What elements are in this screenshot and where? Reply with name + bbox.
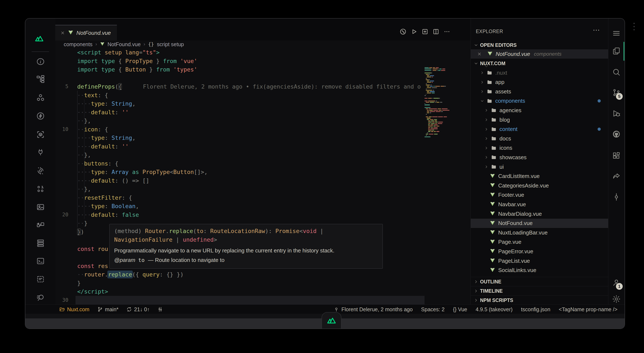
open-editor-item-notfound[interactable]: NotFound.vue components	[471, 49, 608, 59]
run-debug-icon[interactable]	[612, 109, 621, 118]
status-item-spaces-2[interactable]: Spaces: 2	[421, 306, 444, 313]
tree-item-ui[interactable]: ui	[471, 162, 608, 171]
split-editor-icon[interactable]	[432, 28, 440, 35]
code-line[interactable]: ··},	[77, 151, 91, 159]
code-line[interactable]: const rou	[77, 245, 108, 253]
nitro-lightning-icon[interactable]	[36, 111, 45, 121]
settings-gear-icon[interactable]	[612, 294, 621, 304]
tree-item-blog[interactable]: blog	[471, 115, 608, 124]
code-line[interactable]: ····default: ''	[77, 142, 129, 151]
tree-item--nuxt[interactable]: .nuxt	[471, 68, 608, 77]
status-item-21-0[interactable]: 21↓ 0↑	[126, 306, 150, 313]
status-item-vue[interactable]: {} Vue	[453, 306, 467, 313]
close-icon[interactable]	[477, 52, 482, 56]
extensions-icon[interactable]	[612, 151, 621, 160]
tree-item-docs[interactable]: docs	[471, 134, 608, 143]
code-line[interactable]: <script setup lang="ts">	[77, 48, 160, 57]
tree-item-navbar-vue[interactable]: Navbar.vue	[471, 200, 608, 209]
pages-tree-icon[interactable]	[36, 74, 45, 83]
menu-hamburger-icon[interactable]	[612, 29, 621, 38]
tree-item-assets[interactable]: assets	[471, 87, 608, 96]
github-icon[interactable]	[612, 129, 621, 139]
tree-item-navbardialog-vue[interactable]: NavbarDialog.vue	[471, 209, 608, 218]
code-line[interactable]: ····type: String,	[77, 99, 136, 108]
breadcrumb-folder[interactable]: components	[64, 41, 92, 47]
run-icon[interactable]	[410, 28, 418, 35]
open-in-editor-icon[interactable]	[36, 293, 45, 302]
search-icon[interactable]	[612, 67, 621, 77]
section-timeline[interactable]: TIMELINE	[471, 286, 608, 296]
code-line[interactable]: import type { Button } from 'types'	[77, 65, 197, 74]
breadcrumb[interactable]: components › NotFound.vue › {} script se…	[55, 40, 470, 48]
code-line[interactable]: defineProps({Florent Delerue, 2 months a…	[77, 82, 421, 91]
hooks-circuit-icon[interactable]	[36, 220, 45, 229]
section-outline[interactable]: OUTLINE	[471, 277, 608, 286]
tree-item-pagelist-vue[interactable]: PageList.vue	[471, 256, 608, 266]
info-icon[interactable]	[36, 57, 45, 66]
code-line[interactable]: ··icon: {	[77, 125, 108, 134]
tree-item-content[interactable]: content	[471, 125, 608, 134]
section-npm-scripts[interactable]: NPM SCRIPTS	[471, 296, 608, 305]
code-line[interactable]: ··},	[77, 185, 91, 193]
code-line[interactable]: const res	[77, 262, 108, 270]
code-line[interactable]: ··text: {	[77, 91, 108, 99]
explorer-files-icon[interactable]	[612, 46, 621, 56]
code-line[interactable]: </script>	[77, 287, 108, 296]
section-open-editors[interactable]: OPEN EDITORS	[471, 40, 608, 50]
plugins-plug-icon[interactable]	[36, 148, 45, 157]
tree-item-agencies[interactable]: agencies	[471, 106, 608, 115]
code-line[interactable]: ····default: () => []	[77, 176, 149, 185]
share-icon[interactable]	[612, 172, 621, 181]
minimap[interactable]	[424, 67, 460, 143]
tree-item-app[interactable]: app	[471, 78, 608, 87]
code-line[interactable]: import type { PropType } from 'vue'	[77, 57, 197, 65]
tree-item-page-vue[interactable]: Page.vue	[471, 237, 608, 247]
runtime-gear-icon[interactable]	[36, 166, 45, 175]
code-line[interactable]: ····default: ''	[77, 108, 129, 117]
new-split-icon[interactable]	[421, 28, 429, 35]
editor-area[interactable]: NotFound.vue components › NotFound.vue ›…	[55, 18, 470, 305]
code-editor[interactable]: <script setup lang="ts">import type { Pr…	[55, 48, 470, 305]
components-hexagons-icon[interactable]	[36, 93, 45, 102]
commit-graph-icon[interactable]	[612, 192, 621, 202]
assets-image-icon[interactable]	[36, 202, 45, 212]
tree-item-icons[interactable]: icons	[471, 143, 608, 153]
scan-box-icon[interactable]	[36, 130, 45, 139]
tree-item-footer-vue[interactable]: Footer.vue	[471, 190, 608, 200]
code-line[interactable]: ··router.replace({ query: {} })	[77, 270, 184, 279]
tree-item-components[interactable]: components	[471, 96, 608, 106]
timeline-history-icon[interactable]	[399, 28, 407, 35]
breadcrumb-symbol[interactable]: script setup	[157, 41, 184, 47]
more-actions-icon[interactable]	[443, 28, 451, 35]
tree-item-showcases[interactable]: showcases	[471, 153, 608, 162]
status-item-main[interactable]: main*	[97, 306, 118, 313]
breadcrumb-file[interactable]: NotFound.vue	[108, 41, 141, 47]
more-actions-icon[interactable]: ⋯	[593, 26, 600, 34]
nuxt-devtools-toggle[interactable]	[322, 312, 342, 329]
close-icon[interactable]	[60, 30, 65, 35]
tree-item-pageerror-vue[interactable]: PageError.vue	[471, 247, 608, 256]
code-line[interactable]: ····type: Array as PropType<Button[]>,	[77, 168, 208, 176]
composables-binary-icon[interactable]	[36, 184, 45, 194]
virtual-files-icon[interactable]	[36, 275, 45, 284]
code-line[interactable]: ··buttons: {	[77, 159, 118, 168]
tree-item-categoriesaside-vue[interactable]: CategoriesAside.vue	[471, 181, 608, 190]
status-item-nuxt-com[interactable]: Nuxt.com	[59, 306, 90, 313]
tab-notfound-vue[interactable]: NotFound.vue	[55, 25, 117, 40]
code-line[interactable]: }	[77, 279, 80, 287]
code-line[interactable]: ··}	[77, 219, 88, 228]
code-line[interactable]: ··resetFilter: {	[77, 193, 132, 202]
code-line[interactable]: ····type: String,	[77, 133, 136, 142]
terminal-icon[interactable]	[36, 256, 45, 266]
status-item-florent-delerue-2-months-ago[interactable]: Florent Delerue, 2 months ago	[334, 306, 413, 313]
tree-item-notfound-vue[interactable]: NotFound.vue	[471, 219, 608, 228]
status-item-tagname-prop-name[interactable]: <TagName prop-name />	[559, 306, 618, 313]
code-line[interactable]: })	[77, 228, 84, 236]
tree-item-cardlistitem-vue[interactable]: CardListItem.vue	[471, 172, 608, 181]
status-item-workflow-icon[interactable]	[157, 306, 163, 312]
tree-item-nuxtloadingbar-vue[interactable]: NuxtLoadingBar.vue	[471, 228, 608, 237]
code-line[interactable]: ····default: false	[77, 210, 139, 219]
tree-item-sociallinks-vue[interactable]: SocialLinks.vue	[471, 266, 608, 275]
status-item-tsconfig-json[interactable]: tsconfig.json	[521, 306, 550, 313]
code-line[interactable]: ··},	[77, 116, 91, 125]
